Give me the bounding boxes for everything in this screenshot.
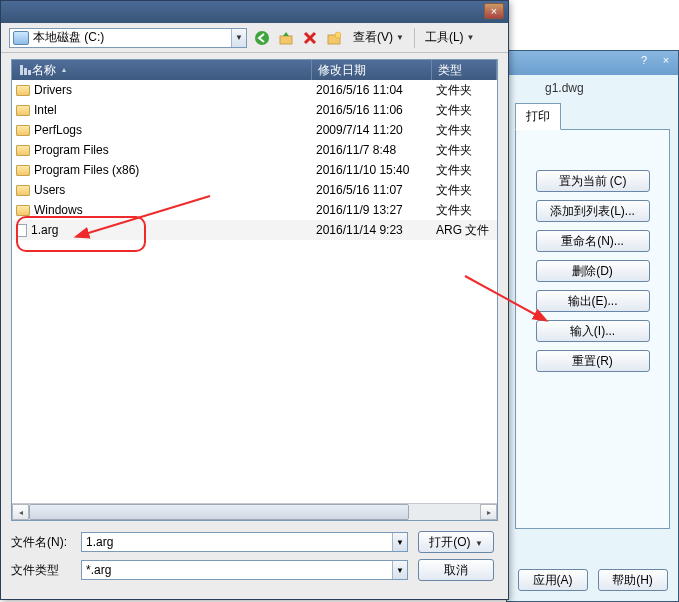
- file-type: 文件夹: [436, 160, 497, 180]
- folder-icon: [16, 185, 30, 196]
- cancel-button[interactable]: 取消: [418, 559, 494, 581]
- up-folder-icon[interactable]: [277, 29, 295, 47]
- file-type: 文件夹: [436, 100, 497, 120]
- drive-label: 本地磁盘 (C:): [33, 29, 104, 46]
- column-type[interactable]: 类型: [432, 60, 497, 80]
- svg-rect-6: [28, 70, 31, 75]
- folder-icon: [16, 125, 30, 136]
- svg-rect-1: [280, 36, 292, 44]
- file-row[interactable]: Program Files (x86)2016/11/10 15:40文件夹: [12, 160, 497, 180]
- file-rows: Drivers2016/5/16 11:04文件夹Intel2016/5/16 …: [12, 80, 497, 240]
- column-date[interactable]: 修改日期: [312, 60, 432, 80]
- reset-button[interactable]: 重置(R): [536, 350, 650, 372]
- scroll-right-icon[interactable]: ▸: [480, 504, 497, 520]
- file-name: Program Files (x86): [34, 160, 139, 180]
- file-dialog-titlebar[interactable]: 牛 ×: [1, 1, 508, 23]
- filename-label: 文件名(N):: [11, 534, 71, 551]
- column-name[interactable]: 名称 ▴: [12, 60, 312, 80]
- add-to-list-button[interactable]: 添加到列表(L)...: [536, 200, 650, 222]
- file-name: Windows: [34, 200, 83, 220]
- help-button[interactable]: 帮助(H): [598, 569, 668, 591]
- sort-asc-icon: ▴: [62, 60, 66, 80]
- chevron-down-icon[interactable]: ▼: [392, 533, 407, 551]
- new-folder-icon[interactable]: [325, 29, 343, 47]
- file-name: Drivers: [34, 80, 72, 100]
- separator: [414, 28, 415, 48]
- delete-button[interactable]: 删除(D): [536, 260, 650, 282]
- filetype-input[interactable]: [82, 561, 392, 579]
- folder-icon: [16, 85, 30, 96]
- file-type: ARG 文件: [436, 220, 497, 240]
- chevron-down-icon[interactable]: ▼: [392, 561, 407, 579]
- file-name: 1.arg: [31, 220, 58, 240]
- file-toolbar: 本地磁盘 (C:) ▼ 查看(V)▼ 工具(L)▼: [1, 23, 508, 53]
- svg-rect-5: [24, 68, 27, 75]
- back-icon[interactable]: [253, 29, 271, 47]
- file-row[interactable]: Program Files2016/11/7 8:48文件夹: [12, 140, 497, 160]
- file-type: 文件夹: [436, 120, 497, 140]
- view-menu[interactable]: 查看(V)▼: [349, 29, 408, 46]
- tools-menu[interactable]: 工具(L)▼: [421, 29, 479, 46]
- file-icon: [16, 224, 27, 237]
- filetype-combobox[interactable]: ▼: [81, 560, 408, 580]
- chevron-down-icon: ▼: [467, 33, 475, 42]
- set-current-button[interactable]: 置为当前 (C): [536, 170, 650, 192]
- file-date: 2016/5/16 11:06: [316, 100, 436, 120]
- file-row[interactable]: Intel2016/5/16 11:06文件夹: [12, 100, 497, 120]
- file-date: 2016/11/9 13:27: [316, 200, 436, 220]
- dialog-titlebar[interactable]: ? ×: [507, 51, 678, 75]
- file-type: 文件夹: [436, 180, 497, 200]
- file-row[interactable]: Drivers2016/5/16 11:04文件夹: [12, 80, 497, 100]
- folder-icon: [16, 205, 30, 216]
- chevron-down-icon[interactable]: ▼: [231, 29, 246, 47]
- svg-rect-4: [20, 65, 23, 75]
- open-button[interactable]: 打开(O) ▼: [418, 531, 494, 553]
- import-button[interactable]: 输入(I)...: [536, 320, 650, 342]
- file-name: Users: [34, 180, 65, 200]
- folder-icon: [16, 145, 30, 156]
- apply-button[interactable]: 应用(A): [518, 569, 588, 591]
- disk-icon: [13, 31, 29, 45]
- folder-icon: [16, 105, 30, 116]
- delete-icon[interactable]: [301, 29, 319, 47]
- file-list-header: 名称 ▴ 修改日期 类型: [12, 60, 497, 80]
- file-row[interactable]: Users2016/5/16 11:07文件夹: [12, 180, 497, 200]
- horizontal-scrollbar[interactable]: ◂ ▸: [12, 503, 497, 520]
- chevron-down-icon: ▼: [396, 33, 404, 42]
- filename-combobox[interactable]: ▼: [81, 532, 408, 552]
- sort-icon: [18, 63, 32, 77]
- help-icon[interactable]: ?: [636, 54, 652, 66]
- filename-input[interactable]: [82, 533, 392, 551]
- file-date: 2016/11/7 8:48: [316, 140, 436, 160]
- filetype-label: 文件类型: [11, 562, 71, 579]
- file-row[interactable]: PerfLogs2009/7/14 11:20文件夹: [12, 120, 497, 140]
- print-panel: 置为当前 (C) 添加到列表(L)... 重命名(N)... 删除(D) 输出(…: [515, 129, 670, 529]
- filename-fragment: g1.dwg: [515, 81, 670, 95]
- scroll-left-icon[interactable]: ◂: [12, 504, 29, 520]
- file-date: 2016/5/16 11:04: [316, 80, 436, 100]
- file-date: 2016/11/10 15:40: [316, 160, 436, 180]
- print-settings-dialog: ? × g1.dwg 打印 置为当前 (C) 添加到列表(L)... 重命名(N…: [506, 50, 679, 602]
- file-open-dialog: 牛 × 本地磁盘 (C:) ▼ 查看(V)▼ 工具(L)▼: [0, 0, 509, 600]
- location-combobox[interactable]: 本地磁盘 (C:) ▼: [9, 28, 247, 48]
- folder-icon: [16, 165, 30, 176]
- scroll-thumb[interactable]: [29, 504, 409, 520]
- file-type: 文件夹: [436, 80, 497, 100]
- export-button[interactable]: 输出(E)...: [536, 290, 650, 312]
- file-date: 2009/7/14 11:20: [316, 120, 436, 140]
- tab-print[interactable]: 打印: [515, 103, 561, 130]
- file-list: 名称 ▴ 修改日期 类型 Drivers2016/5/16 11:04文件夹In…: [11, 59, 498, 521]
- close-icon[interactable]: ×: [484, 3, 504, 19]
- scroll-track[interactable]: [29, 504, 480, 520]
- file-date: 2016/11/14 9:23: [316, 220, 436, 240]
- file-name: Intel: [34, 100, 57, 120]
- file-name: Program Files: [34, 140, 109, 160]
- svg-point-0: [255, 31, 269, 45]
- rename-button[interactable]: 重命名(N)...: [536, 230, 650, 252]
- file-row[interactable]: Windows2016/11/9 13:27文件夹: [12, 200, 497, 220]
- file-row[interactable]: 1.arg2016/11/14 9:23ARG 文件: [12, 220, 497, 240]
- file-date: 2016/5/16 11:07: [316, 180, 436, 200]
- close-icon[interactable]: ×: [658, 54, 674, 66]
- file-type: 文件夹: [436, 200, 497, 220]
- svg-point-3: [335, 32, 341, 38]
